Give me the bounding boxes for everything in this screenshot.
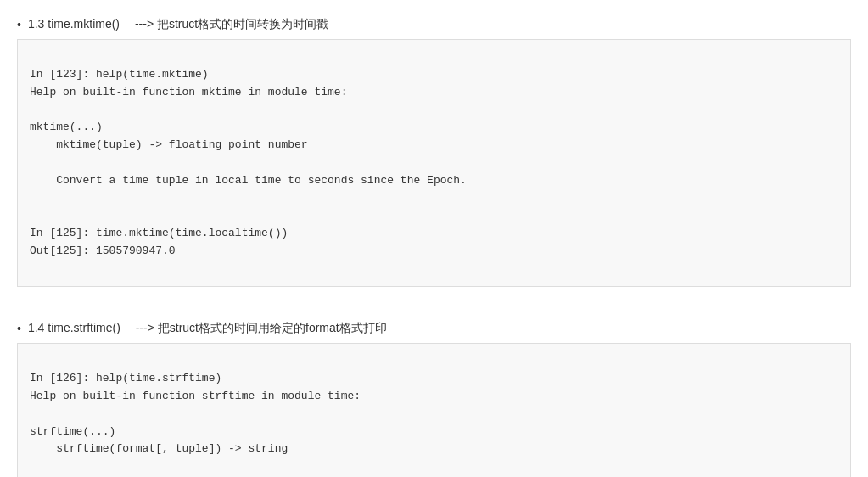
mktime-line-8 xyxy=(30,191,36,204)
mktime-title-suffix: 把struct格式的时间转换为时间戳 xyxy=(157,17,328,31)
section-mktime-title: 1.3 time.mktime() ---> 把struct格式的时间转换为时间… xyxy=(28,17,328,32)
mktime-line-5: mktime(tuple) -> floating point number xyxy=(30,138,308,151)
strftime-line-1: In [126]: help(time.strftime) xyxy=(30,372,221,384)
mktime-line-10: In [125]: time.mktime(time.localtime()) xyxy=(30,227,288,239)
mktime-line-7: Convert a time tuple in local time to se… xyxy=(30,174,467,187)
strftime-line-2: Help on built-in function strftime in mo… xyxy=(30,390,361,402)
strftime-line-4: strftime(...) xyxy=(30,425,115,438)
mktime-line-1: In [123]: help(time.mktime) xyxy=(30,68,209,81)
strftime-code-block: In [126]: help(time.strftime) Help on bu… xyxy=(17,343,851,477)
strftime-title-suffix: 把struct格式的时间用给定的format格式打印 xyxy=(158,321,387,334)
bullet-1: • xyxy=(17,18,21,31)
strftime-line-3 xyxy=(30,407,36,420)
mktime-code-block: In [123]: help(time.mktime) Help on buil… xyxy=(17,39,851,287)
strftime-line-6 xyxy=(30,460,36,473)
section-mktime-header: • 1.3 time.mktime() ---> 把struct格式的时间转换为… xyxy=(17,17,851,32)
mktime-title-prefix: 1.3 time.mktime() xyxy=(28,17,132,31)
bullet-2: • xyxy=(17,322,21,335)
mktime-line-4: mktime(...) xyxy=(30,121,103,133)
mktime-line-2: Help on built-in function mktime in modu… xyxy=(30,86,347,98)
mktime-line-3 xyxy=(30,103,36,115)
mktime-title-arrow: ---> xyxy=(135,17,154,31)
mktime-line-11: Out[125]: 1505790947.0 xyxy=(30,244,176,257)
strftime-title-arrow: ---> xyxy=(136,321,154,334)
page-container: • 1.3 time.mktime() ---> 把struct格式的时间转换为… xyxy=(0,0,868,477)
section-strftime-title: 1.4 time.strftime() ---> 把struct格式的时间用给定… xyxy=(28,321,387,336)
strftime-line-5: strftime(format[, tuple]) -> string xyxy=(30,442,288,455)
mktime-line-9 xyxy=(30,209,36,222)
mktime-line-6 xyxy=(30,156,36,169)
section-strftime-header: • 1.4 time.strftime() ---> 把struct格式的时间用… xyxy=(17,321,851,336)
strftime-title-prefix: 1.4 time.strftime() xyxy=(28,321,132,334)
spacer-1 xyxy=(17,302,851,312)
